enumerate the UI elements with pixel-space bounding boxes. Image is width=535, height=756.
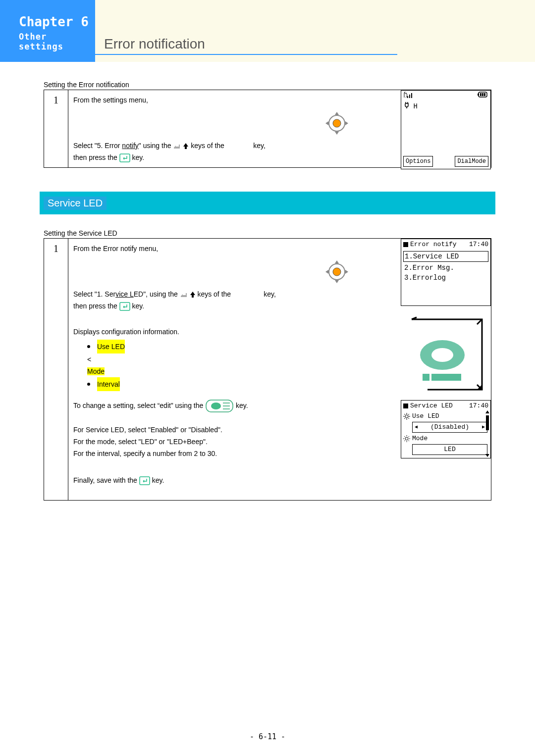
device-screen-errornotify: Error notify 17:40 1.Service LED 2.Error… [401,239,491,306]
step-table-2: 1 From the Error notify menu, [44,239,491,501]
send-key-icon [205,399,234,413]
svg-rect-13 [120,302,130,310]
step-body: From the Error notify menu, Select "1 [68,239,491,501]
svg-rect-19 [423,374,429,381]
hand-icon [180,291,188,298]
step-number: 1 [44,239,68,501]
scrollbar [485,410,489,457]
signal-icon [403,92,415,99]
page-banner: Chapter 6 Other settings Error notificat… [0,0,535,62]
svg-rect-9 [482,93,483,96]
svg-point-31 [405,437,408,440]
section-bar: Service LED [40,192,495,214]
lcd-field-label: Use LED [412,411,439,421]
svg-rect-20 [431,374,461,381]
section-caption-2: Setting the Service LED [44,229,491,239]
bullet-item: Interval [97,377,120,391]
device-screen-home: H Options DialMode [401,90,491,169]
lcd-title: Error notify [410,241,457,248]
sun-icon [403,413,410,420]
device-screen-serviceled: Service LED 17:40 Use LED ◀ (Disabled) ▶ [401,400,491,458]
svg-line-28 [408,418,409,419]
svg-rect-16 [140,477,150,485]
softkey-dialmode: DialMode [455,156,488,167]
dpad-key-icon [323,110,350,137]
lcd-selected-row: 1.Service LED [403,251,488,262]
battery-icon [478,92,488,98]
svg-point-22 [405,415,408,418]
chapter-subtitle: Other settings [19,32,89,51]
page-number: - 6-11 - [0,732,535,741]
lcd-time: 17:40 [469,401,488,411]
svg-rect-2 [120,154,130,162]
bullet-item: Use LED [97,340,125,353]
lcd-field-label: Mode [412,434,428,444]
hand-icon [173,143,181,150]
plug-icon [404,101,409,108]
page-title: Error notification [104,36,205,52]
chapter-label: Chapter 6 [19,15,89,29]
svg-point-1 [333,119,341,127]
svg-point-15 [211,403,221,409]
dpad-key-icon [323,258,350,285]
lcd-field-value: ◀ (Disabled) ▶ [412,422,487,433]
svg-point-18 [431,348,453,362]
step-table-1: 1 From the settings menu, [44,90,491,168]
lcd-row: 3.Errorlog [401,273,490,283]
enter-key-icon [119,302,130,311]
bullet-dot [87,383,90,386]
svg-rect-4 [409,95,410,98]
enter-key-icon [119,153,130,162]
svg-line-29 [404,418,405,419]
up-arrow-icon [183,143,189,150]
svg-point-12 [333,268,341,276]
svg-rect-5 [411,93,412,98]
section-bar-label: Service LED [44,197,107,210]
softkey-options: Options [403,156,433,167]
svg-rect-8 [480,93,482,96]
bullet-dot [87,345,90,348]
svg-rect-10 [484,93,485,96]
lcd-time: 17:40 [469,240,488,250]
lcd-row: 2.Error Msg. [401,263,490,273]
gear-icon [403,435,410,442]
step-line: Finally, save with the key. [73,474,486,486]
up-arrow-icon [190,291,196,298]
svg-line-30 [408,414,409,415]
section-caption-1: Setting the Error notification [44,81,491,90]
bullet-item: Mode [87,367,105,375]
send-illustration [408,315,487,395]
svg-rect-3 [407,96,408,98]
step-number: 1 [44,90,68,168]
lcd-field-value: LED [412,444,487,455]
step-body: From the settings menu, Se [68,90,491,168]
lcd-title: Service LED [410,402,453,409]
svg-line-27 [404,414,405,415]
channel-label: H [413,102,417,110]
enter-key-icon [139,476,150,485]
svg-rect-7 [478,94,479,96]
